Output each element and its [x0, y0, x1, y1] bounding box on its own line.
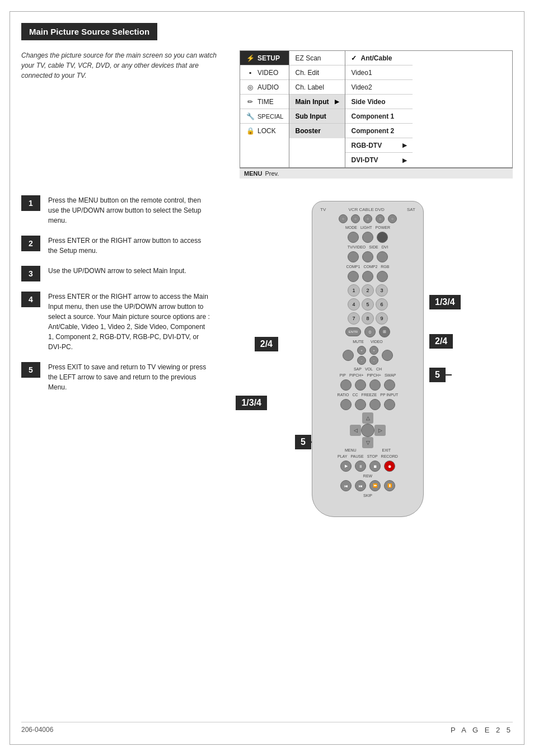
ppinput-btn[interactable]	[384, 399, 395, 410]
side-btn[interactable]	[362, 251, 373, 262]
callout-label-5-bot: 5	[295, 435, 311, 449]
btn-7[interactable]: 7	[348, 312, 360, 325]
btn-0[interactable]: 0	[364, 326, 376, 337]
remote-enter-row: ENTR 0 ⊞	[318, 326, 418, 337]
page-title: Main Picture Source Selection	[21, 23, 157, 40]
pip-btn[interactable]	[340, 379, 352, 391]
enter-btn[interactable]: ENTR	[345, 327, 361, 336]
slow-btn[interactable]: ⏩	[369, 480, 381, 491]
dpad-enter[interactable]	[361, 424, 374, 437]
menu-footer: MENU Prev.	[240, 168, 513, 179]
pipch-minus[interactable]	[369, 379, 381, 391]
surf-btn[interactable]: ⊞	[379, 326, 390, 337]
menu-chedit: Ch. Edit	[289, 65, 345, 80]
menu-footer-word: MENU	[244, 170, 262, 177]
btn-8[interactable]: 8	[362, 312, 374, 325]
btn-6[interactable]: 6	[376, 298, 388, 311]
rgb-btn[interactable]	[377, 271, 388, 282]
btn-5[interactable]: 5	[362, 298, 374, 311]
remote-rew-labels: REW	[318, 474, 418, 478]
mute-btn[interactable]	[343, 350, 354, 361]
comp1-btn[interactable]	[348, 271, 359, 282]
comp2-btn[interactable]	[362, 271, 373, 282]
menu-maininput: Main Input ▶	[289, 95, 345, 109]
rgbdtv-arrow: ▶	[402, 142, 407, 148]
btn-1[interactable]: 1	[348, 284, 360, 297]
sat-indicator[interactable]: ○	[388, 214, 397, 223]
menu-dvidtv: DVI-DTV ▶	[345, 153, 413, 167]
menu-time: ✏ TIME	[240, 95, 289, 109]
menu-rgbdtv: RGB-DTV ▶	[345, 138, 413, 153]
video-btn[interactable]	[382, 350, 393, 361]
pause-btn[interactable]: ⏸	[355, 461, 366, 472]
step-1-text: Press the MENU button on the remote cont…	[48, 195, 212, 226]
maininput-arrow: ▶	[335, 98, 339, 105]
step-5-badge: 5	[21, 362, 40, 378]
menu-diagram-container: ⚡ SETUP ▪ VIDEO ◎ AUDIO ✏ TIME	[240, 50, 513, 179]
btn-3[interactable]: 3	[376, 284, 388, 297]
vcr-indicator[interactable]: ○	[351, 214, 360, 223]
remote-menu-labels: MENU EXIT	[318, 448, 418, 452]
menu-booster: Booster	[289, 124, 345, 138]
dvd-indicator[interactable]: ○	[376, 214, 385, 223]
step-2-text: Press ENTER or the RIGHT arrow button to…	[48, 236, 212, 256]
vol-minus[interactable]: -	[357, 356, 366, 365]
dvi-btn[interactable]	[377, 251, 388, 262]
freeze-btn[interactable]	[369, 399, 381, 410]
steps-section: 1 Press the MENU button on the remote co…	[21, 195, 513, 517]
menu-setup: ⚡ SETUP	[240, 51, 289, 65]
menu-video: ▪ VIDEO	[240, 65, 289, 80]
remote-body: TV VCR CABLE DVD SAT ○ ○ ○ ○ ○ MODE LIGH…	[312, 201, 424, 517]
callout-label-24-left: 2/4	[255, 337, 278, 351]
dpad-left[interactable]: ◁	[350, 425, 361, 436]
ch-minus[interactable]: -	[369, 356, 378, 365]
doc-code: 206-04006	[21, 726, 53, 734]
btn-9[interactable]: 9	[376, 312, 388, 325]
btn-2[interactable]: 2	[362, 284, 374, 297]
step-3-badge: 3	[21, 266, 40, 281]
menu-video2: Video2	[345, 80, 413, 95]
vol-ch-group: + -	[357, 346, 366, 365]
menu-chlabel: Ch. Label	[289, 80, 345, 95]
ratio-btn[interactable]	[340, 399, 352, 410]
mode-btn[interactable]	[348, 232, 359, 243]
remote-comp-labels: COMP1 COMP2 RGB	[318, 265, 418, 269]
vol-plus[interactable]: +	[357, 346, 366, 355]
step-3-text: Use the UP/DOWN arrow to select Main Inp…	[48, 266, 186, 276]
cable-indicator[interactable]: ○	[363, 214, 372, 223]
dpad-right[interactable]: ▷	[374, 425, 386, 436]
callout-134-left: 1/3/4	[250, 402, 267, 403]
top-section: Changes the picture source for the main …	[21, 50, 513, 179]
callout-label-134-right: 1/3/4	[429, 295, 461, 309]
swap-btn[interactable]	[384, 379, 395, 391]
play-btn[interactable]: ▶	[340, 461, 352, 472]
dvidtv-arrow: ▶	[402, 157, 407, 163]
menu-col-3: ✓Ant/Cable Video1 Video2 Side Video Comp…	[345, 51, 413, 167]
stop-btn[interactable]: ⏹	[369, 461, 381, 472]
light-btn[interactable]	[362, 232, 373, 243]
tv-indicator[interactable]: ○	[339, 214, 348, 223]
pipch-plus[interactable]	[355, 379, 366, 391]
tvvideo-btn[interactable]	[348, 251, 359, 262]
record-btn[interactable]: ⏺	[384, 461, 395, 472]
step-1-row: 1 Press the MENU button on the remote co…	[21, 195, 212, 226]
power-btn[interactable]	[377, 232, 388, 243]
dpad-up[interactable]: △	[362, 412, 373, 424]
numpad: 1 2 3 4 5 6 7 8 9	[318, 284, 418, 325]
remote-mute-btns: + - + -	[318, 346, 418, 365]
remote-container: 1/3/4 2/4 5 2/4	[289, 201, 446, 517]
step-5-text: Press EXIT to save and return to TV view…	[48, 362, 212, 392]
btn-4[interactable]: 4	[348, 298, 360, 311]
dpad-down[interactable]: ▽	[362, 437, 373, 448]
menu-comp2: Component 2	[345, 124, 413, 138]
ch-plus[interactable]: +	[369, 346, 378, 355]
skip-btn[interactable]: ⏫	[384, 480, 395, 491]
fwd-btn[interactable]: ⏭	[355, 480, 366, 491]
menu-video1: Video1	[345, 65, 413, 80]
menu-special: 🔧 SPECIAL	[240, 109, 289, 124]
lock-icon: 🔒	[246, 126, 255, 135]
remote-rew-btns: ⏮ ⏭ ⏩ ⏫	[318, 480, 418, 491]
audio-icon: ◎	[246, 83, 255, 92]
rew-btn[interactable]: ⏮	[340, 480, 352, 491]
cc-btn[interactable]	[355, 399, 366, 410]
